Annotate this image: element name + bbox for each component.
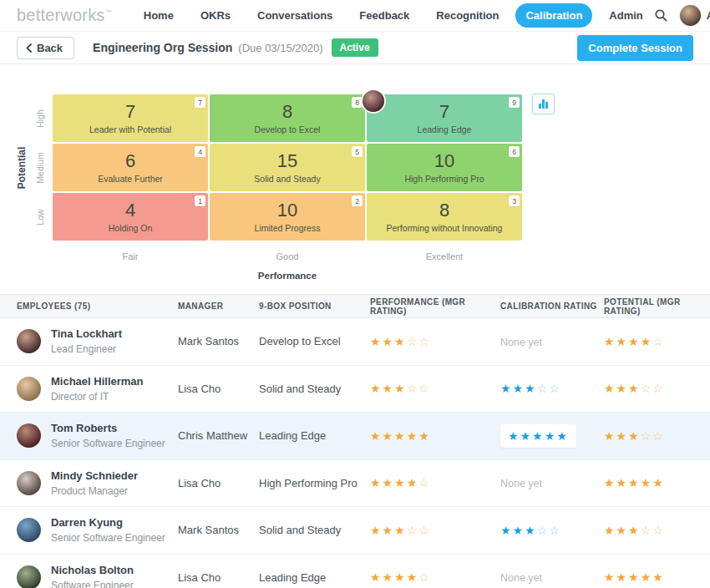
ninebox-position: Solid and Steady [259, 524, 370, 536]
ninebox-cell[interactable]: 1 4 Holding On [53, 193, 208, 241]
cell-box-number: 5 [352, 146, 363, 157]
nav-item-feedback[interactable]: Feedback [349, 3, 419, 28]
row-label-low: Low [35, 192, 45, 242]
cell-count: 6 [125, 151, 135, 171]
employee-avatar [17, 329, 41, 353]
ninebox-cell[interactable]: 7 7 Leader with Potential [53, 94, 208, 142]
potential-rating: ★★★☆☆ [604, 382, 710, 395]
x-axis-label: Performance [237, 271, 337, 281]
potential-rating: ★★★★★ [604, 476, 710, 489]
employee-table: Employees (75)Manager9-Box PositionPerfo… [0, 294, 710, 588]
ninebox-position: Solid and Steady [259, 383, 370, 395]
cell-box-number: 7 [195, 97, 205, 108]
table-header-row: Employees (75)Manager9-Box PositionPerfo… [0, 294, 710, 318]
cell-label: Holding On [109, 223, 153, 233]
col-label-fair: Fair [80, 251, 180, 261]
none-yet-label: None yet [500, 478, 542, 489]
performance-rating: ★★★★★ [370, 429, 500, 443]
performance-rating: ★★★☆☆ [370, 382, 500, 395]
session-header: Back Engineering Org Session (Due 03/15/… [0, 32, 710, 64]
employee-name: Tom Roberts [51, 422, 165, 434]
column-header: 9-Box Position [259, 302, 370, 311]
cell-count: 10 [434, 151, 454, 171]
cell-label: Solid and Steady [254, 174, 320, 184]
none-yet-label: None yet [500, 337, 542, 348]
calibration-rating[interactable]: ★★★☆☆ [500, 381, 604, 396]
table-row[interactable]: Tina Lockhart Lead Engineer Mark Santos … [0, 318, 710, 366]
nav-menu: HomeOKRsConversationsFeedbackRecognition… [134, 3, 653, 28]
row-label-high: High [35, 94, 45, 144]
nav-item-home[interactable]: Home [134, 3, 184, 28]
session-due-date: (Due 03/15/2020) [238, 42, 322, 54]
nav-item-calibration[interactable]: Calibration [515, 3, 592, 28]
top-nav: betterworks™ HomeOKRsConversationsFeedba… [0, 0, 710, 32]
cell-box-number: 2 [352, 195, 363, 206]
table-row[interactable]: Mindy Schnieder Product Manager Lisa Cho… [0, 460, 710, 508]
y-axis-label: Potential [16, 126, 28, 210]
employee-title: Senior Software Engineer [51, 532, 165, 544]
cell-box-number: 4 [195, 146, 205, 157]
user-name: Alice [707, 9, 710, 22]
potential-rating: ★★★★☆ [604, 335, 710, 348]
cell-count: 7 [125, 102, 135, 122]
ninebox-position: High Performing Pro [259, 477, 370, 489]
cell-count: 7 [439, 102, 449, 122]
cell-count: 10 [277, 200, 297, 220]
cell-label: Develop to Excel [255, 124, 321, 134]
nav-item-recognition[interactable]: Recognition [426, 3, 509, 28]
ninebox-cell[interactable]: 3 8 Performing without Innovating [367, 193, 522, 241]
cell-label: Leader with Potential [89, 124, 171, 134]
performance-rating: ★★★★☆ [370, 476, 500, 489]
ninebox-position: Develop to Excel [259, 335, 370, 347]
cell-box-number: 9 [509, 97, 520, 108]
manager-name: Mark Santos [178, 524, 259, 536]
column-header: Potential (Mgr Rating) [604, 297, 710, 316]
performance-rating: ★★★☆☆ [370, 335, 500, 348]
manager-name: Mark Santos [178, 335, 259, 347]
performance-rating: ★★★☆☆ [370, 524, 500, 537]
chart-view-toggle-button[interactable] [532, 94, 555, 114]
back-button[interactable]: Back [17, 37, 74, 59]
employee-title: Director of IT [51, 391, 144, 403]
table-row[interactable]: Nicholas Bolton Software Engineer Lisa C… [0, 555, 710, 588]
complete-session-button[interactable]: Complete Session [577, 35, 693, 61]
calibration-rating[interactable]: ★★★★★ [500, 424, 604, 448]
manager-name: Chris Matthew [178, 429, 259, 442]
cell-count: 15 [277, 151, 297, 171]
search-icon[interactable] [653, 8, 670, 24]
employee-avatar [17, 565, 41, 588]
nav-item-conversations[interactable]: Conversations [247, 3, 342, 28]
employee-avatar [17, 377, 41, 401]
betterworks-logo[interactable]: betterworks™ [17, 6, 112, 25]
ninebox-position: Leading Edge [259, 429, 370, 442]
cell-count: 4 [125, 200, 135, 220]
employee-title: Product Manager [51, 485, 138, 497]
column-header: Manager [178, 302, 259, 311]
calibration-rating[interactable]: None yet [500, 475, 604, 490]
user-menu[interactable]: Alice ▼ [680, 5, 710, 26]
employee-name: Tina Lockhart [51, 327, 122, 340]
ninebox-grid: 7 7 Leader with Potential 8 8 Develop to… [53, 94, 522, 241]
calibration-rating[interactable]: ★★★☆☆ [500, 523, 604, 538]
cell-label: High Performing Pro [404, 174, 484, 184]
ninebox-cell[interactable]: 6 10 High Performing Pro [367, 144, 522, 191]
none-yet-label: None yet [500, 572, 542, 584]
manager-name: Lisa Cho [178, 477, 259, 489]
calibration-rating[interactable]: None yet [500, 570, 604, 585]
nav-item-okrs[interactable]: OKRs [190, 3, 241, 28]
table-row[interactable]: Darren Kyung Senior Software Engineer Ma… [0, 507, 710, 555]
nav-item-admin[interactable]: Admin [599, 3, 652, 28]
employee-name: Nicholas Bolton [51, 564, 134, 576]
status-badge: Active [332, 38, 378, 57]
table-row[interactable]: Michael Hillerman Director of IT Lisa Ch… [0, 366, 710, 413]
table-row[interactable]: Tom Roberts Senior Software Engineer Chr… [0, 413, 710, 460]
ninebox-cell[interactable]: 9 7 Leading Edge [367, 94, 522, 142]
ninebox-cell[interactable]: 4 6 Evaluate Further [53, 144, 208, 191]
ninebox-cell[interactable]: 5 15 Solid and Steady [210, 144, 365, 191]
cell-label: Leading Edge [418, 124, 472, 134]
column-header: Performance (Mgr Rating) [370, 297, 500, 316]
calibration-rating[interactable]: None yet [500, 334, 604, 349]
ninebox-cell[interactable]: 8 8 Develop to Excel [210, 94, 365, 142]
ninebox-cell[interactable]: 2 10 Limited Progress [210, 193, 365, 241]
employee-avatar [17, 471, 41, 495]
